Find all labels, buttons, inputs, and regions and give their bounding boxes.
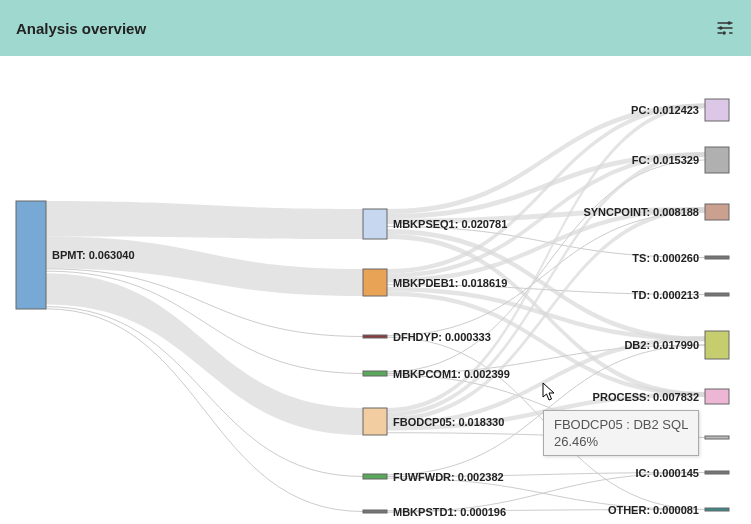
node-label: TD: 0.000213 (632, 289, 699, 301)
node-dfhdyp[interactable] (363, 335, 387, 338)
node-mbkpstd1[interactable] (363, 510, 387, 513)
node-label: TS: 0.000260 (632, 252, 699, 264)
node-label: IC: 0.000145 (635, 467, 699, 479)
node-mbkpcom1[interactable] (363, 371, 387, 376)
svg-point-1 (728, 21, 731, 24)
flow[interactable] (387, 103, 705, 273)
node-label: DFHDYP: 0.000333 (393, 331, 491, 343)
node-label: FUWFWDR: 0.002382 (393, 471, 504, 483)
node-label: PROCESS: 0.007832 (593, 391, 699, 403)
node-label: MBKPDEB1: 0.018619 (393, 277, 507, 289)
page-title: Analysis overview (16, 20, 146, 37)
flow[interactable] (46, 307, 363, 477)
tune-icon[interactable] (715, 18, 735, 38)
node-label: OTHER: 0.000081 (608, 504, 699, 516)
svg-point-2 (719, 26, 722, 29)
node-pc[interactable] (705, 99, 729, 121)
node-fbodcp05[interactable] (363, 408, 387, 435)
node-label: BPMT: 0.063040 (52, 249, 135, 261)
node-db2[interactable] (705, 331, 729, 359)
tooltip-line2: 26.46% (554, 434, 688, 449)
node-label: MBKPCOM1: 0.002399 (393, 368, 510, 380)
node-mbkpseq1[interactable] (363, 209, 387, 239)
node-fc[interactable] (705, 147, 729, 173)
node-sm[interactable] (705, 436, 729, 439)
node-syncpoint[interactable] (705, 204, 729, 220)
node-other[interactable] (705, 508, 729, 511)
node-label: DB2: 0.017990 (624, 339, 699, 351)
node-bpmt[interactable] (16, 201, 46, 309)
flow[interactable] (46, 201, 363, 239)
node-label: MBKPSTD1: 0.000196 (393, 506, 506, 518)
node-ts[interactable] (705, 256, 729, 259)
node-fuwfwdr[interactable] (363, 474, 387, 479)
node-td[interactable] (705, 293, 729, 296)
node-label: SYNCPOINT: 0.008188 (583, 206, 699, 218)
node-label: FC: 0.015329 (632, 154, 699, 166)
tooltip: FBODCP05 : DB2 SQL 26.46% (543, 410, 699, 456)
header: Analysis overview (0, 0, 751, 56)
svg-point-0 (723, 31, 726, 34)
node-process[interactable] (705, 389, 729, 404)
node-label: MBKPSEQ1: 0.020781 (393, 218, 507, 230)
node-ic[interactable] (705, 471, 729, 474)
node-mbkpdeb1[interactable] (363, 269, 387, 296)
node-label: PC: 0.012423 (631, 104, 699, 116)
node-label: FBODCP05: 0.018330 (393, 416, 504, 428)
tooltip-line1: FBODCP05 : DB2 SQL (554, 417, 688, 432)
